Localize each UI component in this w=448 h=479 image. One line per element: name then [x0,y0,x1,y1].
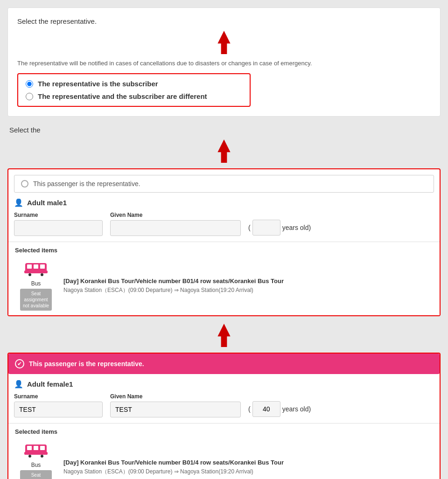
item-subtitle-2: Nagoya Station（ESCA）(09:00 Departure) ⇒ … [63,468,433,476]
age-label-1: years old) [282,224,311,231]
select-the-label-row: Select the [7,124,441,134]
svg-rect-3 [27,264,32,269]
seat-badge-1: Seatassignmentnot available [20,289,52,311]
item-subtitle-1: Nagoya Station（ESCA）(09:00 Departure) ⇒ … [63,286,433,294]
svg-point-8 [41,273,43,276]
radio-option-1[interactable]: The representative is the subscriber [26,80,242,88]
surname-input-2[interactable] [14,402,103,417]
age-paren-open-1: ( [248,224,251,231]
given-name-group-1: Given Name [110,212,241,236]
svg-point-16 [41,455,43,458]
seat-badge-2: Seatassignmentnot available [20,470,52,479]
svg-rect-11 [27,446,32,450]
radio-input-2[interactable] [26,93,33,100]
bus-label-2: Bus [31,462,41,468]
passenger-2-inner: 👤 Adult female1 Surname Given Name ( [8,380,440,423]
selected-item-row-1: Bus Seatassignmentnot available [Day] Ko… [8,257,440,315]
radio-label-1: The representative is the subscriber [38,80,158,88]
svg-point-15 [28,455,31,458]
svg-point-7 [28,273,31,276]
arrow-indicator-2 [7,139,441,163]
age-label-2: years old) [282,405,311,413]
rep-check-circle-2: ✔ [15,359,24,368]
representative-section: Select the representative. The represent… [7,7,441,117]
rep-bar-text-2: This passenger is the representative. [29,360,144,368]
age-input-2[interactable] [252,401,280,417]
radio-option-2[interactable]: The representative and the subscriber ar… [26,92,242,100]
svg-rect-14 [24,452,48,455]
given-name-input-2[interactable] [110,402,241,417]
bus-icon-box-2: Bus Seatassignmentnot available [15,443,57,479]
section-title: Select the representative. [17,17,431,25]
svg-rect-4 [34,264,38,269]
given-name-label-1: Given Name [110,212,241,218]
svg-marker-0 [217,31,230,54]
selected-items-2: Selected items [8,423,440,479]
selected-items-title-1: Selected items [8,242,440,257]
surname-label-2: Surname [14,393,103,400]
notification-text: The representative will be notified in c… [17,60,431,67]
bus-icon-1 [24,261,48,279]
form-row-1: Surname Given Name ( years old) [14,212,434,236]
radio-group-box: The representative is the subscriber The… [17,73,251,107]
passenger-type-label-2: Adult female1 [27,380,73,388]
select-the-label: Select the [9,126,439,134]
arrow-indicator-3 [7,324,441,347]
svg-rect-5 [40,264,45,269]
bus-icon-box-1: Bus Seatassignmentnot available [15,261,57,311]
rep-bar-1[interactable]: This passenger is the representative. [14,175,434,193]
selected-items-1: Selected items [8,242,440,315]
passenger-card-1: This passenger is the representative. 👤 … [7,168,441,316]
radio-input-1[interactable] [26,80,33,88]
form-row-2: Surname Given Name ( years old) [14,393,434,417]
surname-group-2: Surname [14,393,103,417]
radio-label-2: The representative and the subscriber ar… [38,92,207,100]
item-title-1: [Day] Korankei Bus Tour/Vehicle number B… [63,278,433,285]
arrow-indicator-1 [17,31,431,54]
given-name-label-2: Given Name [110,393,241,400]
passenger-type-1: 👤 Adult male1 [14,198,434,207]
passenger-section-1: This passenger is the representative. 👤 … [7,168,441,316]
passenger-section-2: ✔ This passenger is the representative. … [7,353,441,479]
svg-rect-12 [34,446,38,450]
item-title-2: [Day] Korankei Bus Tour/Vehicle number B… [63,459,433,466]
age-group-2: ( years old) [248,401,311,417]
svg-marker-9 [217,324,230,347]
surname-label-1: Surname [14,212,103,218]
person-icon-2: 👤 [14,380,23,389]
svg-rect-6 [24,271,48,273]
passenger-1-inner: 👤 Adult male1 Surname Given Name ( [8,198,440,242]
bus-icon-2 [24,443,48,461]
item-details-1: [Day] Korankei Bus Tour/Vehicle number B… [63,278,433,294]
rep-bar-text-1: This passenger is the representative. [33,180,140,187]
given-name-group-2: Given Name [110,393,241,417]
passenger-type-2: 👤 Adult female1 [14,380,434,389]
surname-input-1[interactable] [14,220,103,236]
selected-item-row-2: Bus Seatassignmentnot available [Day] Ko… [8,438,440,479]
rep-radio-circle-1 [21,180,28,187]
surname-group-1: Surname [14,212,103,236]
item-details-2: [Day] Korankei Bus Tour/Vehicle number B… [63,459,433,476]
svg-marker-1 [217,139,230,163]
bus-label-1: Bus [31,280,41,287]
person-icon-1: 👤 [14,198,23,207]
age-input-1[interactable] [252,220,280,236]
selected-items-title-2: Selected items [8,423,440,438]
age-group-1: ( years old) [248,220,311,236]
passenger-type-label-1: Adult male1 [27,199,67,207]
svg-rect-13 [40,446,45,450]
rep-bar-2[interactable]: ✔ This passenger is the representative. [8,354,440,374]
age-paren-open-2: ( [248,405,251,413]
passenger-card-2: ✔ This passenger is the representative. … [7,353,441,479]
given-name-input-1[interactable] [110,220,241,236]
